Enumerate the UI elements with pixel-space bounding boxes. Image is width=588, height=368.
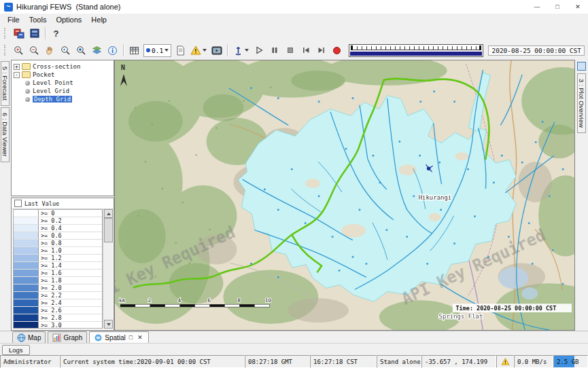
map-canvas[interactable]: API Key Required API Key Required Hikura…: [115, 60, 574, 330]
svg-text:2: 2: [148, 297, 152, 303]
classification-combo[interactable]: 0.1: [143, 44, 171, 57]
grid-display-button[interactable]: [127, 43, 141, 58]
menu-help[interactable]: Help: [86, 16, 111, 24]
profile-tool-dropdown[interactable]: [231, 43, 250, 58]
legend-color-swatch: [14, 255, 39, 261]
legend-row: >= 1.6: [14, 270, 102, 277]
tab-spatial[interactable]: Spatial □ ✕: [89, 331, 149, 344]
layers-button[interactable]: [90, 43, 104, 58]
report-button[interactable]: [173, 43, 188, 58]
tile-close-icon[interactable]: ✕: [136, 334, 144, 341]
window-title: Hikurangi FEWS (Stand alone): [16, 3, 120, 11]
tree-item-level-grid[interactable]: Level Grid: [12, 87, 114, 95]
minimize-button[interactable]: —: [527, 0, 547, 14]
import-data-button[interactable]: [12, 26, 26, 41]
main-toolbar: ?: [0, 26, 588, 41]
bottom-tabbar: Map Graph Spatial □ ✕: [0, 331, 588, 344]
last-value-checkbox[interactable]: [14, 200, 22, 207]
legend-color-swatch: [14, 217, 39, 224]
tab-data-viewer[interactable]: 6 : Data Viewer: [1, 107, 10, 162]
close-button[interactable]: ✕: [568, 0, 588, 14]
legend-row-label: >= 0.8: [39, 240, 62, 246]
scroll-down-button[interactable]: [104, 320, 113, 329]
tab-graph[interactable]: Graph: [48, 331, 87, 344]
collapse-icon[interactable]: -: [14, 72, 20, 78]
legend-row-label: >= 2.2: [39, 292, 62, 299]
zoom-previous-button[interactable]: [58, 43, 73, 58]
zoom-out-button[interactable]: [27, 43, 41, 58]
legend-row-label: >= 2.8: [39, 314, 62, 321]
folder-icon: [22, 63, 31, 70]
zoom-region-button[interactable]: [74, 43, 88, 58]
stop-button[interactable]: [283, 43, 297, 58]
node-bullet-icon: [25, 81, 30, 86]
tree-item-cross-section[interactable]: + Cross-section: [12, 62, 114, 71]
menu-file[interactable]: File: [3, 16, 24, 24]
legend-scrollbar[interactable]: [103, 209, 113, 329]
zoom-in-icon: [14, 45, 24, 56]
zoom-previous-icon: [60, 45, 71, 56]
status-system-time: Current system time:2020-09-01 00:00 CST: [60, 355, 245, 368]
legend-row: >= 2.4: [14, 299, 102, 307]
legend-row-label: >= 0.2: [39, 217, 62, 224]
svg-text:N: N: [121, 64, 125, 71]
play-icon: [255, 46, 263, 54]
logs-button[interactable]: Logs: [2, 345, 30, 355]
expand-icon[interactable]: +: [14, 64, 20, 70]
map-toolbar: 0.1: [0, 41, 588, 60]
arrow-down-icon: [107, 323, 111, 326]
tree-item-label: Pocket: [33, 71, 55, 78]
pan-button[interactable]: [43, 43, 57, 58]
tab-map-label: Map: [28, 334, 41, 342]
logs-row: Logs: [0, 343, 588, 356]
record-button[interactable]: [330, 43, 344, 58]
step-back-button[interactable]: [298, 43, 313, 58]
help-button[interactable]: ?: [49, 26, 63, 41]
info-button[interactable]: [105, 43, 120, 58]
pan-hand-icon: [45, 45, 55, 56]
tree-item-pocket[interactable]: - Pocket: [12, 71, 114, 79]
step-back-icon: [302, 46, 310, 54]
step-forward-button[interactable]: [314, 43, 328, 58]
dock-icon[interactable]: [577, 62, 586, 71]
legend-row-label: >= 1.6: [39, 270, 62, 276]
tab-plot-overview[interactable]: 3 : Plot Overview: [577, 73, 586, 133]
legend-row-label: >= 2.4: [39, 299, 62, 306]
animation-button[interactable]: [209, 43, 224, 58]
legend-color-swatch: [14, 232, 39, 239]
movie-screen-icon: [211, 46, 222, 55]
layers-icon: [92, 45, 102, 56]
tab-map[interactable]: Map: [12, 331, 46, 344]
legend-color-swatch: [14, 314, 39, 321]
legend-row-label: >= 2.6: [39, 307, 62, 314]
scrollbar-thumb[interactable]: [104, 218, 113, 242]
zoom-in-button[interactable]: [12, 43, 26, 58]
tree-item-depth-grid[interactable]: Depth Grid: [12, 95, 114, 103]
timeline-end-marker: [479, 45, 481, 50]
menu-tools[interactable]: Tools: [24, 16, 52, 24]
pause-button[interactable]: [267, 43, 281, 58]
spatial-icon: [94, 333, 103, 342]
statusbar: Administrator Current system time:2020-0…: [0, 355, 588, 368]
timeline-slider[interactable]: [349, 44, 483, 57]
legend-row-label: >= 1.2: [39, 255, 62, 261]
tab-forecast[interactable]: 5 : Forecast: [1, 61, 10, 106]
legend-color-swatch: [14, 292, 39, 299]
tree-item-level-point[interactable]: Level Point: [12, 79, 114, 87]
legend-header-label: Last Value: [24, 200, 59, 207]
thresholds-dropdown[interactable]: [189, 43, 208, 58]
status-warning-cell[interactable]: [496, 355, 514, 368]
legend-color-swatch: [14, 270, 39, 276]
maximize-button[interactable]: □: [547, 0, 568, 14]
scroll-up-button[interactable]: [104, 209, 113, 218]
menu-options[interactable]: Options: [51, 16, 86, 24]
legend-row: >= 0.4: [14, 225, 102, 232]
database-button[interactable]: [27, 26, 41, 41]
play-button[interactable]: [252, 43, 266, 58]
legend-row: >= 2.0: [14, 284, 102, 292]
tile-maximize-icon[interactable]: □: [128, 334, 134, 341]
right-tabstrip: 3 : Plot Overview: [575, 60, 588, 331]
area-label: Springs Flat: [439, 313, 483, 320]
legend-rows: >= 0>= 0.2>= 0.4>= 0.6>= 0.8>= 1.0>= 1.2…: [13, 209, 103, 329]
legend-row-label: >= 0.4: [39, 225, 62, 232]
